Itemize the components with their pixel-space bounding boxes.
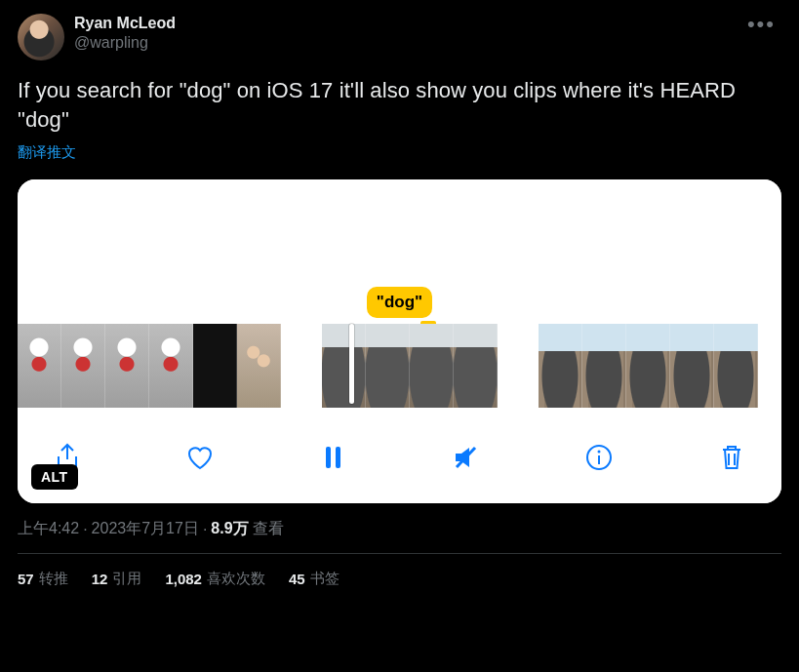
- media-card[interactable]: "dog": [18, 179, 781, 503]
- clip-thumbnail[interactable]: [582, 324, 626, 408]
- clip-thumbnail[interactable]: [61, 324, 105, 408]
- likes-stat[interactable]: 1,082 喜欢次数: [165, 570, 265, 588]
- svg-point-4: [597, 451, 600, 454]
- translate-link[interactable]: 翻译推文: [18, 143, 781, 162]
- mute-icon[interactable]: [450, 441, 483, 474]
- tweet-header: Ryan McLeod @warpling •••: [18, 14, 781, 60]
- stat-count: 12: [92, 571, 108, 587]
- svg-rect-1: [336, 447, 340, 468]
- tweet-stats: 57 转推 12 引用 1,082 喜欢次数 45 书签: [18, 554, 781, 588]
- media-blank-area: [18, 179, 781, 287]
- stat-label: 喜欢次数: [207, 570, 265, 588]
- clip-group-3[interactable]: [539, 324, 758, 410]
- author-block[interactable]: Ryan McLeod @warpling: [74, 14, 732, 53]
- clip-group-2[interactable]: [322, 324, 498, 410]
- views-label: 查看: [253, 519, 284, 539]
- tweet-time[interactable]: 上午4:42: [18, 519, 79, 539]
- tweet-text: If you search for "dog" on iOS 17 it'll …: [18, 76, 781, 134]
- clip-thumbnail[interactable]: [670, 324, 714, 408]
- clip-thumbnail[interactable]: [105, 324, 149, 408]
- stat-label: 引用: [112, 570, 141, 588]
- clip-thumbnail[interactable]: [410, 324, 454, 408]
- more-icon[interactable]: •••: [741, 8, 781, 41]
- stat-label: 书签: [310, 570, 340, 588]
- clip-thumbnail[interactable]: [454, 324, 498, 408]
- clip-thumbnail[interactable]: [149, 324, 193, 408]
- tweet-meta: 上午4:42 · 2023年7月17日 · 8.9万 查看: [18, 519, 781, 539]
- stat-count: 57: [18, 571, 34, 587]
- meta-separator: ·: [203, 521, 207, 538]
- heart-icon[interactable]: [183, 441, 217, 474]
- clip-thumbnail[interactable]: [539, 324, 582, 408]
- media-toolbar: [18, 415, 781, 503]
- alt-badge[interactable]: ALT: [31, 464, 78, 490]
- clip-thumbnail[interactable]: [626, 324, 670, 408]
- display-name: Ryan McLeod: [74, 14, 732, 33]
- views-count: 8.9万: [211, 519, 248, 539]
- caption-tag: "dog": [367, 287, 432, 318]
- stat-label: 转推: [39, 570, 68, 588]
- clip-thumbnail[interactable]: [193, 324, 237, 408]
- stat-count: 45: [289, 571, 305, 587]
- info-icon[interactable]: [582, 441, 616, 474]
- clip-thumbnail[interactable]: [237, 324, 281, 408]
- timeline-gap: [281, 324, 322, 410]
- pause-icon[interactable]: [316, 441, 349, 474]
- clip-thumbnail[interactable]: [18, 324, 61, 408]
- clip-thumbnail[interactable]: [366, 324, 410, 408]
- caption-tag-label: "dog": [377, 293, 422, 311]
- stat-count: 1,082: [165, 571, 202, 587]
- caption-tag-row: "dog": [18, 287, 781, 324]
- quotes-stat[interactable]: 12 引用: [92, 570, 142, 588]
- timeline-gap: [498, 324, 539, 410]
- svg-rect-0: [326, 447, 331, 468]
- bookmarks-stat[interactable]: 45 书签: [289, 570, 340, 588]
- retweets-stat[interactable]: 57 转推: [18, 570, 68, 588]
- clip-thumbnail[interactable]: [322, 324, 366, 408]
- tweet-date[interactable]: 2023年7月17日: [92, 519, 199, 539]
- avatar[interactable]: [18, 14, 64, 60]
- clip-group-1[interactable]: [18, 324, 281, 410]
- playhead[interactable]: [349, 324, 354, 404]
- meta-separator: ·: [83, 521, 87, 538]
- clip-thumbnail[interactable]: [714, 324, 758, 408]
- trash-icon[interactable]: [715, 441, 748, 474]
- tweet-container: Ryan McLeod @warpling ••• If you search …: [0, 0, 799, 588]
- handle: @warpling: [74, 33, 732, 53]
- video-timeline[interactable]: [18, 324, 781, 415]
